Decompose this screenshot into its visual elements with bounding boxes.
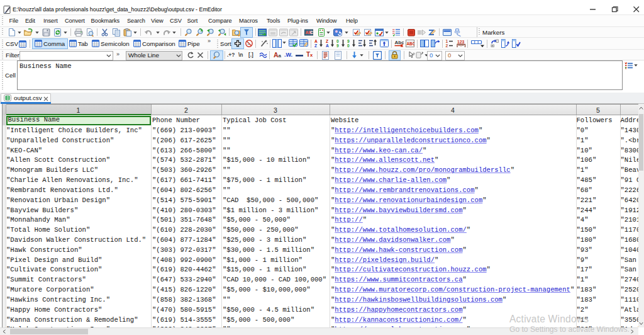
svg-text:C: C bbox=[310, 30, 313, 35]
svg-text:Z: Z bbox=[314, 43, 317, 48]
svg-text:A: A bbox=[326, 43, 329, 48]
svg-text:A: A bbox=[314, 39, 318, 43]
svg-text:0: 0 bbox=[347, 43, 350, 48]
svg-text:9: 9 bbox=[336, 43, 339, 48]
svg-text:9: 9 bbox=[347, 39, 350, 43]
svg-text:Z: Z bbox=[326, 39, 328, 43]
svg-text:0: 0 bbox=[336, 39, 339, 43]
svg-text:123: 123 bbox=[457, 40, 465, 44]
svg-text:1: 1 bbox=[446, 39, 448, 43]
svg-text:2: 2 bbox=[446, 43, 448, 48]
